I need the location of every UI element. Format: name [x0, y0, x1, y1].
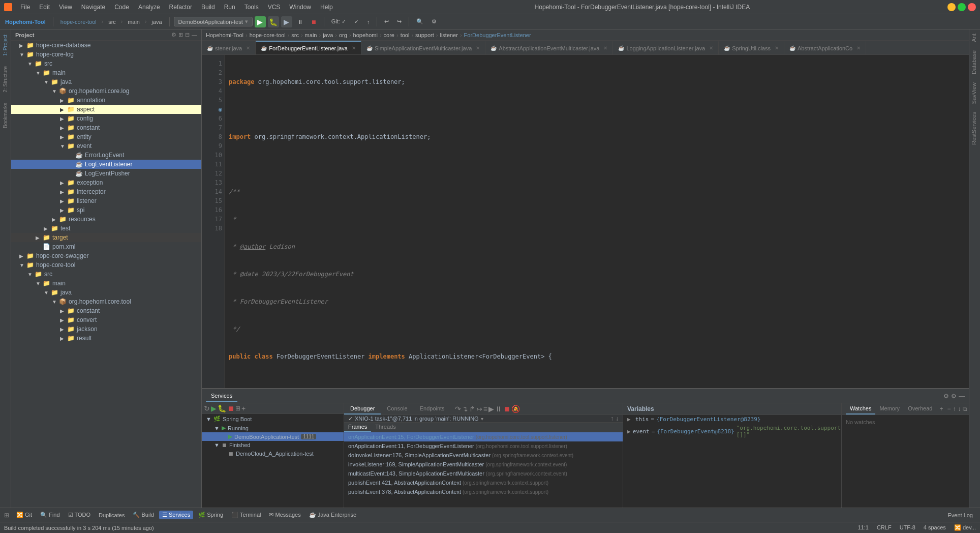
refresh-icon[interactable]: ↻: [204, 404, 210, 412]
run-coverage-button[interactable]: ▶: [281, 16, 292, 27]
toolbar-find-bottom[interactable]: 🔍 Find: [37, 511, 63, 519]
tree-item-log-event-listener[interactable]: ▶ ☕ LogEventListener: [11, 160, 201, 169]
tab-close-abstract[interactable]: ✕: [603, 45, 607, 51]
toolbar-git[interactable]: Git: ✓: [328, 17, 349, 26]
code-content[interactable]: package org.hopehomi.core.tool.support.l…: [225, 55, 969, 388]
minimize-button[interactable]: [947, 3, 956, 11]
menu-refactor[interactable]: Refactor: [165, 3, 196, 12]
toolbar-main[interactable]: main: [125, 18, 143, 26]
tab-close-simple[interactable]: ✕: [476, 45, 480, 51]
expand-icon[interactable]: ▶: [627, 416, 633, 423]
step-into-icon[interactable]: ↴: [462, 405, 468, 413]
toolbar-search[interactable]: 🔍: [413, 17, 426, 26]
breadcrumb-item-9[interactable]: tool: [401, 32, 410, 38]
toolbar-vcs[interactable]: ✓: [351, 17, 362, 26]
toolbar-src[interactable]: src: [105, 18, 119, 26]
add-watch-icon[interactable]: +: [936, 404, 946, 413]
close-button[interactable]: [968, 3, 976, 11]
menu-run[interactable]: Run: [220, 3, 239, 12]
toolbar-services-bottom[interactable]: ☰ Services: [159, 511, 193, 519]
resume-icon[interactable]: ▶: [488, 405, 494, 413]
tab-logging[interactable]: ☕ LoggingApplicationListener.java ✕: [613, 41, 719, 54]
tree-item-config[interactable]: ▶ 📁 config: [11, 114, 201, 123]
toolbar-java[interactable]: java: [148, 18, 165, 26]
structure-icon[interactable]: 2: Structure: [2, 63, 9, 96]
tree-item-jackson[interactable]: ▶ 📁 jackson: [11, 324, 201, 334]
right-restservices-tab[interactable]: RestServices: [969, 108, 978, 149]
tab-stener[interactable]: ☕ stener.java ✕: [202, 41, 256, 54]
toolbar-messages-bottom[interactable]: ✉ Messages: [266, 511, 303, 519]
run-to-cursor-icon[interactable]: ↣: [476, 405, 482, 413]
breadcrumb-item-7[interactable]: hopehomi: [353, 32, 378, 38]
tab-abstractapplication[interactable]: ☕ AbstractApplicationCo ✕: [784, 41, 866, 54]
tree-item-error-log-event[interactable]: ▶ ☕ ErrorLogEvent: [11, 151, 201, 160]
toolbar-terminal-bottom[interactable]: ⬛ Terminal: [228, 511, 264, 519]
up-watch-icon[interactable]: ↑: [952, 404, 957, 413]
down-watch-icon[interactable]: ↓: [957, 404, 962, 413]
settings2-icon[interactable]: ⚙: [951, 393, 957, 400]
threads-tab[interactable]: Threads: [371, 423, 400, 432]
breadcrumb-item-4[interactable]: main: [305, 32, 317, 38]
toolbar-todo-bottom[interactable]: ☑ TODO: [65, 511, 94, 519]
menu-navigate[interactable]: Navigate: [77, 3, 109, 12]
toolbar-pause[interactable]: ⏸: [294, 18, 306, 26]
tree-item-hope-core-swagger[interactable]: ▶ 📁 hope-core-swagger: [11, 251, 201, 260]
frame-1[interactable]: onApplicationEvent:11, ForDebuggerEventL…: [344, 441, 623, 451]
add-service-icon[interactable]: +: [241, 404, 246, 412]
menu-tools[interactable]: Tools: [240, 3, 263, 12]
menu-help[interactable]: Help: [316, 3, 337, 12]
tree-item-package-tool[interactable]: ▼ 📦 org.hopehomi.core.tool: [11, 297, 201, 306]
tab-services[interactable]: Services: [206, 391, 237, 402]
eventlog-btn[interactable]: Event Log: [944, 511, 976, 519]
gear-icon[interactable]: ⚙: [171, 32, 176, 38]
tab-console[interactable]: Console: [381, 403, 413, 414]
toolbar-push[interactable]: ↑: [364, 18, 373, 26]
tab-close-abstractapplication[interactable]: ✕: [856, 45, 861, 51]
filter-icon[interactable]: ⊞: [235, 405, 240, 412]
breadcrumb-item-11[interactable]: listener: [440, 32, 457, 38]
toolbar-build-bottom[interactable]: 🔨 Build: [130, 511, 157, 519]
toolbar-settings[interactable]: ⚙: [428, 17, 440, 26]
frame-3[interactable]: invokeListener:169, SimpleApplicationEve…: [344, 460, 623, 469]
tree-item-java[interactable]: ▼ 📁 java: [11, 77, 201, 86]
tab-springutil[interactable]: ☕ SpringUtil.class ✕: [719, 41, 784, 54]
tree-item-spi[interactable]: ▶ 📁 spi: [11, 205, 201, 215]
frame-4[interactable]: multicastEvent:143, SimpleApplicationEve…: [344, 469, 623, 478]
frame-6[interactable]: publishEvent:378, AbstractApplicationCon…: [344, 487, 623, 496]
menu-code[interactable]: Code: [110, 3, 133, 12]
expand-icon[interactable]: ▶: [627, 428, 631, 435]
frames-tab[interactable]: Frames: [344, 423, 371, 432]
tree-item-constant-2[interactable]: ▶ 📁 constant: [11, 306, 201, 315]
var-event[interactable]: ▶ event = {ForDebuggerEvent@8238} "org.h…: [623, 424, 841, 439]
tree-item-hope-core-tool[interactable]: ▼ 📁 hope-core-tool: [11, 260, 201, 270]
tree-item-interceptor[interactable]: ▶ 📁 interceptor: [11, 187, 201, 196]
tree-item-listener[interactable]: ▶ 📁 listener: [11, 196, 201, 205]
stop-debugger-icon[interactable]: ⏹: [503, 405, 510, 413]
up-icon[interactable]: ↑: [610, 415, 614, 422]
breadcrumb-item-5[interactable]: java: [323, 32, 333, 38]
breadcrumb-item-6[interactable]: org: [339, 32, 347, 38]
democould-app[interactable]: ▶ ⏹ DemoCloud_A_Application-test: [202, 449, 344, 458]
toolbar-redo[interactable]: ↪: [394, 17, 405, 26]
minimize-panel-icon[interactable]: —: [959, 393, 965, 400]
breadcrumb-item-10[interactable]: support: [415, 32, 434, 38]
tree-item-src-2[interactable]: ▼ 📁 src: [11, 270, 201, 279]
toolbar-javaenterprise-bottom[interactable]: ☕ Java Enterprise: [306, 511, 359, 519]
frame-5[interactable]: publishEvent:421, AbstractApplicationCon…: [344, 478, 623, 487]
tree-item-target[interactable]: ▶ 📁 target: [11, 233, 201, 242]
tree-item-hope-core-log[interactable]: ▼ 📁 hope-core-log: [11, 50, 201, 59]
tab-simple[interactable]: ☕ SimpleApplicationEventMulticaster.java…: [361, 41, 485, 54]
menu-edit[interactable]: Edit: [35, 3, 54, 12]
memory-tab[interactable]: Memory: [875, 403, 904, 414]
tree-item-log-event-pusher[interactable]: ▶ ☕ LogEventPusher: [11, 169, 201, 178]
toolbar-stop[interactable]: ⏹: [308, 18, 320, 26]
var-this[interactable]: ▶ this = {ForDebuggerEventListener@8239}: [623, 415, 841, 424]
tab-endpoints[interactable]: Endpoints: [414, 403, 451, 414]
breadcrumb-item-12[interactable]: ForDebuggerEventListener: [464, 32, 531, 38]
spring-boot-label[interactable]: ▼ 🌿 Spring Boot: [202, 414, 344, 424]
close-panel-icon[interactable]: —: [192, 32, 197, 38]
git-icon[interactable]: 🔀 dev...: [954, 524, 976, 531]
tree-item-main-2[interactable]: ▼ 📁 main: [11, 279, 201, 288]
tab-abstract[interactable]: ☕ AbstractApplicationEventMulticaster.ja…: [485, 41, 613, 54]
toolbar-undo[interactable]: ↩: [381, 17, 392, 26]
